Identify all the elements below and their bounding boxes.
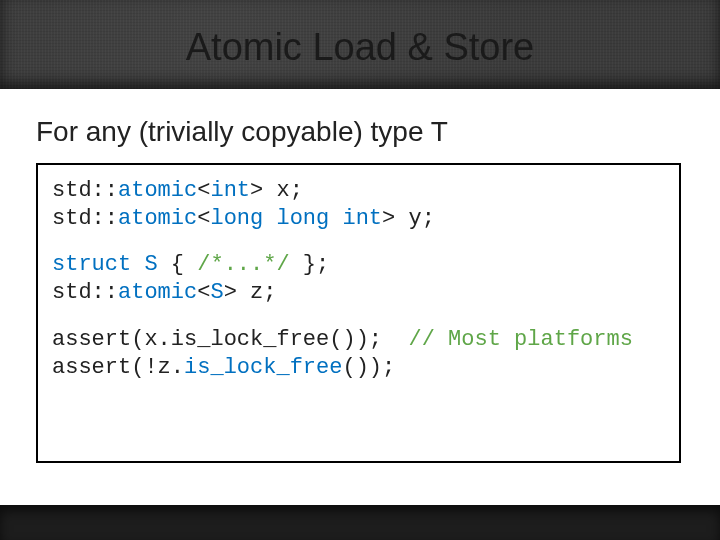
code-comment: // Most platforms <box>408 327 632 352</box>
code-keyword: S <box>144 252 157 277</box>
footer-band <box>0 505 720 540</box>
code-keyword: long long int <box>210 206 382 231</box>
code-token: assert(!z. <box>52 355 184 380</box>
code-token: std:: <box>52 178 118 203</box>
code-line-6: assert(!z.is_lock_free()); <box>52 354 665 382</box>
code-keyword: atomic <box>118 206 197 231</box>
slide-title: Atomic Load & Store <box>0 26 720 69</box>
code-token: assert(x.is_lock_free()); <box>52 327 408 352</box>
code-line-5: assert(x.is_lock_free()); // Most platfo… <box>52 326 665 354</box>
code-token: < <box>197 280 210 305</box>
code-line-4: std::atomic<S> z; <box>52 279 665 307</box>
code-line-3: struct S { /*...*/ }; <box>52 251 665 279</box>
code-token: }; <box>290 252 330 277</box>
code-token: < <box>197 206 210 231</box>
code-comment: /*...*/ <box>197 252 289 277</box>
code-keyword: atomic <box>118 178 197 203</box>
code-spacer <box>52 308 665 326</box>
code-funcname: is_lock_free <box>184 355 342 380</box>
code-token: ()); <box>342 355 395 380</box>
code-token: { <box>158 252 198 277</box>
intro-text: For any (trivially copyable) type T <box>36 116 448 148</box>
code-token: > x; <box>250 178 303 203</box>
code-line-2: std::atomic<long long int> y; <box>52 205 665 233</box>
code-token: std:: <box>52 280 118 305</box>
code-keyword: atomic <box>118 280 197 305</box>
code-keyword: S <box>210 280 223 305</box>
slide-content: For any (trivially copyable) type T std:… <box>0 89 720 505</box>
code-box: std::atomic<int> x; std::atomic<long lon… <box>36 163 681 463</box>
code-token: > z; <box>224 280 277 305</box>
code-token: < <box>197 178 210 203</box>
code-spacer <box>52 233 665 251</box>
code-token: std:: <box>52 206 118 231</box>
slide: Atomic Load & Store For any (trivially c… <box>0 0 720 540</box>
code-token: > y; <box>382 206 435 231</box>
code-keyword: int <box>210 178 250 203</box>
code-line-1: std::atomic<int> x; <box>52 177 665 205</box>
code-keyword: struct <box>52 252 144 277</box>
header-band: Atomic Load & Store <box>0 0 720 89</box>
